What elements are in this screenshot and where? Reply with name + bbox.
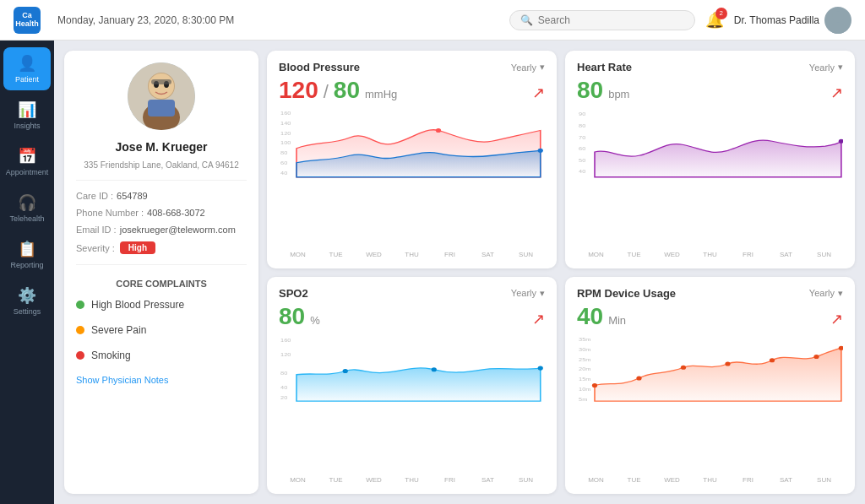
x-label: WED: [355, 251, 393, 258]
x-label: MON: [577, 251, 615, 258]
svg-point-1: [828, 24, 848, 34]
sidebar: 👤 Patient 📊 Insights 📅 Appointment 🎧 Tel…: [0, 41, 54, 504]
svg-text:20m: 20m: [579, 366, 591, 371]
rpm-filter[interactable]: Yearly ▾: [809, 288, 843, 299]
rpm-title: RPM Device Usage: [577, 287, 676, 300]
svg-point-43: [681, 365, 686, 369]
sidebar-label-insights: Insights: [14, 122, 40, 130]
svg-text:70: 70: [579, 134, 585, 139]
sidebar-item-insights[interactable]: 📊 Insights: [3, 94, 51, 137]
user-profile[interactable]: Dr. Thomas Padilla: [734, 7, 851, 34]
x-label: SAT: [767, 476, 805, 484]
email-value: josekrueger@teleworm.com: [120, 225, 236, 235]
chevron-down-icon: ▾: [838, 62, 843, 73]
svg-text:160: 160: [280, 338, 291, 343]
rpm-value-row: 40 Min ↗: [577, 303, 843, 330]
patient-photo-section: [76, 62, 247, 130]
sidebar-item-reporting[interactable]: 📋 Reporting: [3, 233, 51, 276]
sidebar-label-settings: Settings: [14, 307, 41, 316]
phone-value: 408-668-3072: [147, 208, 205, 218]
x-label: FRI: [431, 251, 469, 258]
patient-icon: 👤: [18, 54, 36, 73]
spo2-trend-icon: ↗: [532, 310, 545, 328]
complaint-high-bp: High Blood Pressure: [76, 295, 247, 314]
svg-text:60: 60: [579, 146, 585, 151]
svg-point-44: [725, 361, 730, 366]
x-label: SUN: [805, 251, 843, 258]
svg-rect-9: [151, 79, 171, 84]
notification-badge: 2: [715, 8, 727, 19]
x-label: THU: [393, 251, 431, 258]
spo2-filter-label: Yearly: [511, 288, 536, 298]
x-label: SUN: [805, 476, 843, 484]
patient-name: Jose M. Krueger: [76, 140, 247, 154]
bp-diastolic: 80: [334, 77, 360, 104]
spo2-chart: 160 120 80 40 20: [279, 335, 545, 475]
rpm-x-labels: MON TUE WED THU FRI SAT SUN: [577, 474, 843, 484]
spo2-title: SPO2: [279, 287, 308, 300]
x-label: SAT: [767, 251, 805, 258]
hr-value: 80: [577, 77, 603, 104]
x-label: FRI: [729, 476, 767, 484]
avatar: [824, 7, 851, 34]
user-name: Dr. Thomas Padilla: [734, 14, 819, 26]
bp-filter[interactable]: Yearly ▾: [511, 62, 545, 73]
svg-text:80: 80: [280, 150, 287, 155]
svg-point-0: [832, 11, 844, 23]
main-layout: 👤 Patient 📊 Insights 📅 Appointment 🎧 Tel…: [0, 41, 865, 504]
rpm-value: 40: [577, 303, 603, 330]
bp-value-row: 120 / 80 mmHg ↗: [279, 77, 545, 104]
x-label: MON: [279, 476, 317, 484]
search-input[interactable]: [538, 14, 673, 26]
svg-text:160: 160: [280, 110, 291, 115]
core-complaints-title: CORE COMPLAINTS: [76, 279, 247, 289]
search-icon: 🔍: [520, 14, 533, 26]
patient-phone-row: Phone Number : 408-668-3072: [76, 208, 247, 218]
svg-text:40: 40: [280, 171, 287, 176]
svg-text:120: 120: [280, 130, 291, 135]
svg-text:25m: 25m: [579, 356, 591, 361]
telehealth-icon: 🎧: [18, 193, 36, 212]
svg-text:100: 100: [280, 140, 291, 145]
notification-bell[interactable]: 🔔 2: [705, 11, 724, 30]
sidebar-item-settings[interactable]: ⚙️ Settings: [3, 279, 51, 322]
svg-text:50: 50: [579, 158, 585, 163]
hr-filter[interactable]: Yearly ▾: [809, 62, 843, 73]
svg-point-42: [636, 376, 641, 380]
x-label: SAT: [469, 476, 507, 484]
sidebar-item-patient[interactable]: 👤 Patient: [3, 47, 51, 90]
topbar-right: 🔔 2 Dr. Thomas Padilla: [705, 7, 851, 34]
svg-text:40: 40: [579, 169, 585, 174]
x-label: THU: [691, 476, 729, 484]
show-notes-link[interactable]: Show Physician Notes: [76, 375, 247, 385]
spo2-unit: %: [310, 314, 320, 327]
sidebar-item-appointment[interactable]: 📅 Appointment: [3, 140, 51, 183]
severity-row: Severity : High: [76, 241, 247, 254]
dot-red: [76, 351, 84, 360]
svg-text:80: 80: [579, 123, 585, 128]
svg-point-31: [343, 368, 348, 372]
search-bar[interactable]: 🔍: [509, 10, 695, 30]
x-label: TUE: [615, 251, 653, 258]
svg-text:90: 90: [579, 111, 585, 117]
sidebar-label-reporting: Reporting: [10, 261, 43, 269]
bp-trend-icon: ↗: [532, 84, 545, 102]
spo2-x-labels: MON TUE WED THU FRI SAT SUN: [279, 474, 545, 484]
settings-icon: ⚙️: [18, 286, 36, 305]
x-label: THU: [393, 476, 431, 484]
x-label: SUN: [507, 476, 545, 484]
svg-text:10m: 10m: [579, 386, 591, 391]
spo2-filter[interactable]: Yearly ▾: [511, 288, 545, 299]
hr-filter-label: Yearly: [809, 62, 835, 73]
hr-unit: bpm: [608, 88, 629, 100]
x-label: MON: [279, 251, 317, 258]
sidebar-item-telehealth[interactable]: 🎧 Telehealth: [3, 187, 51, 230]
x-label: FRI: [431, 476, 469, 484]
spo2-value-row: 80 % ↗: [279, 303, 545, 330]
logo: CaHealth: [14, 7, 41, 34]
x-label: THU: [691, 251, 729, 258]
severity-label: Severity :: [76, 243, 115, 253]
bp-unit: mmHg: [365, 88, 397, 100]
complaint-label-1: Severe Pain: [91, 324, 146, 336]
hr-trend-icon: ↗: [830, 84, 843, 102]
